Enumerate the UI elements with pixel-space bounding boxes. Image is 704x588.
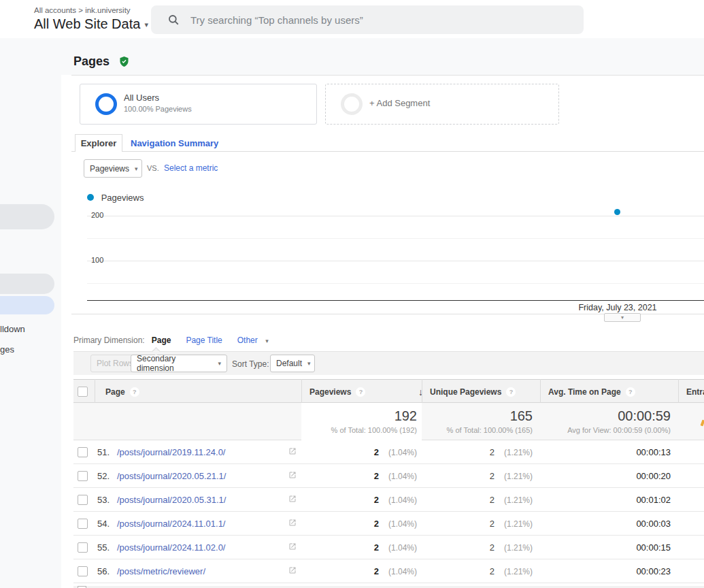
- open-in-new-icon[interactable]: [288, 542, 297, 553]
- help-icon[interactable]: ?: [130, 387, 139, 397]
- add-segment-button[interactable]: + Add Segment: [325, 84, 559, 125]
- caret-down-icon: ▾: [307, 360, 311, 367]
- search-input[interactable]: [189, 14, 584, 27]
- avg-time-value: 00:00:03: [636, 519, 671, 529]
- table-row: 55. /posts/journal/2024.11.02.0/ 2 (1.04…: [73, 536, 704, 559]
- column-header-entrances[interactable]: Entran: [678, 380, 704, 404]
- segment-name: All Users: [124, 93, 159, 103]
- summary-pageviews-total: 192: [301, 408, 417, 424]
- row-checkbox[interactable]: [78, 495, 88, 505]
- sidebar-item-drilldown[interactable]: lldown: [0, 324, 25, 334]
- breadcrumb-all-accounts[interactable]: All accounts: [34, 6, 76, 14]
- dimension-page[interactable]: Page: [152, 336, 171, 345]
- help-icon[interactable]: ?: [626, 387, 635, 397]
- page-link[interactable]: /posts/metric/reviewer/: [117, 566, 205, 576]
- view-name: All Web Site Data: [34, 16, 140, 31]
- sidebar-item-pill[interactable]: [0, 204, 54, 229]
- unique-value: 2: [490, 447, 495, 457]
- open-in-new-icon[interactable]: [288, 566, 297, 576]
- pageviews-value: 2: [374, 447, 379, 457]
- view-selector[interactable]: All Web Site Data▾: [34, 16, 148, 32]
- row-number: 54.: [97, 519, 110, 529]
- table-row: 54. /posts/journal/2024.11.01.1/ 2 (1.04…: [73, 512, 704, 536]
- page-link[interactable]: /posts/journal/2020.05.31.1/: [117, 495, 226, 505]
- unique-value: 2: [490, 471, 495, 481]
- open-in-new-icon[interactable]: [288, 471, 297, 481]
- pageviews-pct: (1.04%): [384, 567, 417, 576]
- sort-type-dropdown[interactable]: Default ▾: [270, 355, 315, 372]
- table-row: 53. /posts/journal/2020.05.31.1/ 2 (1.04…: [73, 488, 704, 512]
- segment-all-users[interactable]: All Users 100.00% Pageviews: [80, 84, 317, 125]
- unique-pct: (1.21%): [500, 495, 533, 505]
- caret-down-icon: ▾: [144, 20, 148, 29]
- dimension-other[interactable]: Other ▾: [237, 336, 269, 345]
- breadcrumb-property[interactable]: ink.university: [85, 6, 130, 14]
- pageviews-value: 2: [374, 471, 379, 481]
- row-checkbox[interactable]: [78, 566, 88, 576]
- page-link[interactable]: /posts/journal/2020.05.21.1/: [117, 471, 226, 481]
- open-in-new-icon[interactable]: [288, 519, 297, 529]
- sidebar-item-selected-pill[interactable]: [0, 296, 54, 314]
- unique-pct: (1.21%): [500, 472, 533, 481]
- chart-collapse-button[interactable]: ▾: [604, 313, 641, 322]
- data-point-pageviews[interactable]: [614, 209, 620, 215]
- x-axis-date-label: Friday, July 23, 2021: [558, 303, 677, 312]
- shield-check-icon: [118, 56, 130, 71]
- table-row: 56. /posts/metric/reviewer/ 2 (1.04%) 2 …: [73, 559, 704, 583]
- avg-time-value: 00:00:23: [636, 566, 671, 576]
- table-header: Page ? Pageviews ? ↓ Unique Pageviews ? …: [73, 379, 704, 403]
- select-all-checkbox[interactable]: [78, 387, 88, 397]
- page-link[interactable]: /posts/journal/2024.11.01.1/: [117, 519, 226, 529]
- tab-explorer[interactable]: Explorer: [75, 134, 122, 152]
- metric-dropdown[interactable]: Pageviews ▾: [84, 159, 142, 178]
- y-tick-100: 100: [91, 256, 103, 264]
- column-label: Pageviews: [309, 387, 351, 397]
- help-icon[interactable]: ?: [506, 387, 516, 397]
- sort-type-label: Sort Type:: [232, 359, 269, 369]
- segment-detail: 100.00% Pageviews: [124, 105, 192, 113]
- column-header-unique-pageviews[interactable]: Unique Pageviews ?: [422, 380, 548, 404]
- table-summary-row: 192 % of Total: 100.00% (192) 165 % of T…: [73, 403, 704, 440]
- row-checkbox[interactable]: [78, 471, 88, 481]
- column-label: Page: [105, 387, 125, 397]
- column-header-pageviews[interactable]: Pageviews ? ↓: [301, 380, 430, 404]
- unique-pct: (1.21%): [500, 448, 533, 457]
- left-sidebar: lldown ges: [0, 38, 61, 588]
- page-link[interactable]: /posts/journal/2024.11.02.0/: [117, 542, 226, 553]
- column-header-avg-time[interactable]: Avg. Time on Page ?: [540, 380, 686, 404]
- x-axis-line: [87, 300, 704, 301]
- caret-down-icon: ▾: [135, 165, 138, 172]
- summary-avg-time-sub: Avg for View: 00:00:59 (0.00%): [540, 426, 671, 434]
- segment-ring-icon: [95, 93, 117, 115]
- pageviews-pct: (1.04%): [384, 519, 417, 529]
- help-icon[interactable]: ?: [356, 387, 365, 397]
- avg-time-value: 00:01:02: [636, 495, 671, 505]
- row-checkbox[interactable]: [78, 542, 88, 553]
- title-divider: [71, 75, 704, 76]
- analytics-app: All accounts > ink.university All Web Si…: [0, 0, 704, 588]
- search-bar[interactable]: [151, 5, 584, 34]
- caret-down-icon: ▾: [621, 314, 624, 321]
- tab-navigation-summary[interactable]: Navigation Summary: [131, 138, 218, 148]
- select-metric-link[interactable]: Select a metric: [164, 163, 218, 173]
- pageviews-pct: (1.04%): [384, 448, 417, 457]
- dimension-page-title[interactable]: Page Title: [186, 336, 222, 345]
- unique-value: 2: [490, 495, 495, 505]
- column-header-page[interactable]: Page ?: [95, 380, 312, 404]
- page-link[interactable]: /posts/journal/2019.11.24.0/: [117, 447, 226, 457]
- primary-dimension-bar: Primary Dimension: Page Page Title Other…: [73, 336, 269, 345]
- row-checkbox[interactable]: [78, 447, 88, 457]
- open-in-new-icon[interactable]: [288, 495, 297, 505]
- secondary-dimension-label: Secondary dimension: [137, 354, 212, 373]
- unique-pct: (1.21%): [500, 519, 533, 529]
- unique-pct: (1.21%): [500, 567, 533, 576]
- sort-type-value: Default: [276, 359, 302, 368]
- sidebar-item-pill[interactable]: [0, 274, 54, 294]
- open-in-new-icon[interactable]: [288, 447, 297, 457]
- avg-time-value: 00:00:15: [636, 542, 671, 553]
- sidebar-item-pages[interactable]: ges: [0, 344, 14, 355]
- row-checkbox[interactable]: [78, 519, 88, 529]
- summary-avg-time: 00:00:59 Avg for View: 00:00:59 (0.00%): [540, 403, 678, 440]
- vs-label: VS.: [147, 164, 159, 172]
- secondary-dimension-dropdown[interactable]: Secondary dimension ▾: [131, 355, 227, 372]
